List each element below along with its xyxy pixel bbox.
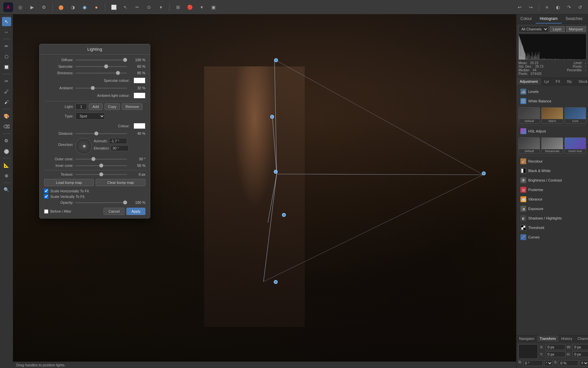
tool-brush[interactable]: 🖌 [2,97,11,107]
preset-cool[interactable]: Cool [564,107,586,124]
redo-btn[interactable]: ↪ [526,3,535,12]
specular-colour-swatch[interactable] [134,78,145,83]
remove-light-btn[interactable]: Remove [122,103,142,110]
r-input[interactable] [523,360,543,366]
new-btn[interactable]: ◎ [16,3,25,12]
r-unit-select[interactable]: ° [544,360,553,366]
cancel-btn[interactable]: Cancel [104,208,124,215]
hsl-preset-invert[interactable]: Invert Hue [564,137,586,154]
mask2-tool[interactable]: ▾ [156,3,165,12]
align-btn[interactable]: ▣ [209,3,218,12]
elevation-input[interactable] [111,145,129,151]
studio-btn[interactable]: ↷ [564,3,574,12]
w-input[interactable] [573,344,588,350]
contrast-btn[interactable]: ◑ [68,3,77,12]
ctrl-point-3[interactable] [282,213,286,217]
layers-btn[interactable]: ◐ [553,3,563,12]
adj-tab-adjustment[interactable]: Adjustment [516,78,541,85]
adj-item-posterise[interactable]: ▤ Posterise [518,185,587,194]
adj-item-bw[interactable]: Black & White [518,166,587,175]
layer-btn[interactable]: Layer [550,26,565,32]
marquee-btn[interactable]: Marquee [566,26,586,32]
cursor-tool[interactable]: ↖ [121,3,130,12]
tool-pen[interactable]: ✂ [2,77,11,86]
colour-swatch[interactable] [134,123,145,129]
adj-item-recolour[interactable]: 🖌 Recolour [518,157,587,166]
open-btn[interactable]: ▶ [27,3,37,12]
lighting-dialog-title[interactable]: Lighting [40,44,150,55]
rect-tool[interactable]: ⬜ [109,3,118,12]
adj-tab-stock[interactable]: Stock [575,78,588,85]
tool-dodge[interactable]: ⬤ [2,147,11,156]
apply-btn[interactable]: Apply [126,208,145,215]
ctrl-point-right[interactable] [482,171,486,175]
bottom-tab-navigator[interactable]: Navigator [516,335,537,342]
s-input[interactable] [559,360,578,366]
help-btn[interactable]: ↺ [576,3,585,12]
tool-lasso[interactable]: 🔲 [2,62,11,72]
circle-btn[interactable]: ● [92,3,101,12]
shininess-slider[interactable] [75,73,127,74]
adj-item-hsl[interactable]: HSL Adjust [518,127,587,136]
h-input[interactable] [573,351,588,357]
scale-horizontal-check[interactable] [44,189,48,193]
before-after-check[interactable] [44,209,48,214]
clip-tool[interactable]: ✂ [133,3,142,12]
snap2-btn[interactable]: ▾ [197,3,206,12]
specular-slider[interactable] [75,66,127,67]
azimuth-input[interactable] [109,138,127,144]
outer-cone-slider[interactable] [75,159,127,160]
adj-item-white-balance[interactable]: White Balance [518,96,587,106]
tool-paint[interactable]: 🖊 [2,87,11,96]
view-btn[interactable]: ≡ [542,3,551,12]
direction-wheel[interactable] [75,138,92,154]
tool-zoom[interactable]: 🔍 [2,185,11,194]
ambient-slider[interactable] [75,88,127,89]
preset-warm[interactable]: Warm [541,107,563,124]
snap-btn[interactable]: 🔴 [185,3,194,12]
inner-cone-slider[interactable] [75,165,127,166]
tool-select[interactable]: ⬡ [2,52,11,61]
adj-item-brightness[interactable]: Brightness / Contrast [518,176,587,185]
hsl-preset-desaturate[interactable]: Desaturate [541,137,563,154]
x-input[interactable] [546,344,565,350]
bottom-tab-channels[interactable]: Channels [575,335,588,342]
adj-item-shadows[interactable]: ◐ Shadows / Highlights [518,214,587,223]
add-light-btn[interactable]: Add [89,103,103,110]
adj-item-exposure[interactable]: ◑ Exposure [518,204,587,213]
load-bump-map-btn[interactable]: Load bump map [44,179,94,186]
tool-move[interactable]: ↖ [2,17,11,26]
adj-item-threshold[interactable]: Threshold [518,223,587,232]
scale-vertical-check[interactable] [44,194,48,199]
type-select[interactable]: Spot Point Directional [75,113,105,120]
tab-histogram[interactable]: Histogram [536,14,562,24]
channel-select[interactable]: All Channels Red Green Blue [518,26,548,32]
adj-item-curves[interactable]: Curves [518,233,587,242]
tool-cursor[interactable]: ↔ [2,27,11,37]
tab-colour[interactable]: Colour [516,14,536,24]
ctrl-point-4[interactable] [274,280,278,284]
adj-tab-sty[interactable]: Sty [564,78,575,85]
s-unit-select[interactable]: % [580,360,588,366]
tool-shape[interactable]: 📐 [2,161,11,170]
palette-btn[interactable]: ◉ [80,3,89,12]
tool-clone[interactable]: ⚙ [2,136,11,145]
copy-light-btn[interactable]: Copy [105,103,120,110]
hsl-preset-default[interactable]: Default [518,137,540,154]
tab-swatches[interactable]: Swatches [562,14,586,24]
adj-item-vibrance[interactable]: ⬤ Vibrance [518,195,587,204]
mask-tool[interactable]: ⊙ [144,3,154,12]
ctrl-point-center[interactable] [274,170,278,174]
tool-text[interactable]: ⊕ [2,171,11,180]
ctrl-point-0[interactable] [274,58,278,62]
tool-erase[interactable]: ⌫ [2,122,11,131]
tool-crop[interactable]: ✏ [2,42,11,51]
preset-default[interactable]: Default [518,107,540,124]
opacity-slider[interactable] [75,202,127,203]
light-number-input[interactable] [75,104,87,110]
color-wheel-btn[interactable]: ⬤ [57,3,66,12]
y-input[interactable] [546,351,565,357]
adj-tab-lyr[interactable]: Lyr [541,78,552,85]
tool-fill[interactable]: 🎨 [2,112,11,121]
diffuse-slider[interactable] [75,60,127,61]
